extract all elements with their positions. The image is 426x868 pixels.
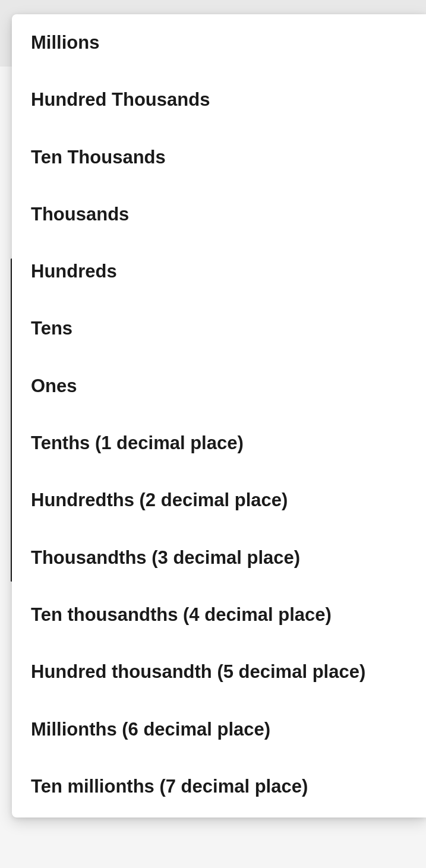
option-ten-millionths[interactable]: Ten millionths (7 decimal place) bbox=[12, 758, 426, 815]
option-hundred-thousands[interactable]: Hundred Thousands bbox=[12, 71, 426, 128]
option-hundreds[interactable]: Hundreds bbox=[12, 243, 426, 300]
option-thousandths[interactable]: Thousandths (3 decimal place) bbox=[12, 529, 426, 586]
option-ten-thousands[interactable]: Ten Thousands bbox=[12, 129, 426, 186]
option-tens[interactable]: Tens bbox=[12, 300, 426, 357]
option-millions[interactable]: Millions bbox=[12, 14, 426, 71]
option-tenths[interactable]: Tenths (1 decimal place) bbox=[12, 415, 426, 472]
option-ones[interactable]: Ones bbox=[12, 358, 426, 415]
option-hundredths[interactable]: Hundredths (2 decimal place) bbox=[12, 472, 426, 529]
option-thousands[interactable]: Thousands bbox=[12, 186, 426, 243]
option-millionths[interactable]: Millionths (6 decimal place) bbox=[12, 701, 426, 758]
rounding-dropdown-panel[interactable]: Millions Hundred Thousands Ten Thousands… bbox=[12, 14, 426, 818]
option-ten-thousandths[interactable]: Ten thousandths (4 decimal place) bbox=[12, 586, 426, 643]
option-hundred-thousandths[interactable]: Hundred thousandth (5 decimal place) bbox=[12, 643, 426, 700]
